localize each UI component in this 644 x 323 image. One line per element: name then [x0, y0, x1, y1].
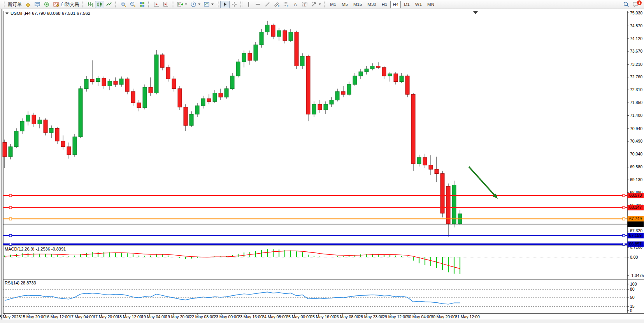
- new-chart-button[interactable]: [175, 1, 189, 8]
- arrows-icon: [311, 1, 317, 7]
- text-label-icon: T: [302, 1, 308, 7]
- timeframe-m30[interactable]: M30: [365, 1, 378, 8]
- cursor-tool-button[interactable]: [220, 1, 230, 8]
- line-handle[interactable]: [9, 218, 12, 220]
- chart-area[interactable]: 75.03074.57074.12073.67073.21072.76072.3…: [0, 9, 644, 323]
- bar-chart-button[interactable]: [86, 1, 95, 8]
- date-axis-label: 25 May 16:00: [310, 314, 335, 319]
- tile-windows-icon: [139, 1, 145, 7]
- toolbar-grip[interactable]: [3, 2, 5, 7]
- line-handle[interactable]: [623, 218, 625, 220]
- horizontal-line-icon: [255, 1, 261, 7]
- arrows-tool-button[interactable]: [309, 1, 323, 8]
- line-handle[interactable]: [623, 235, 625, 237]
- price-axis-label: 73.670: [630, 49, 642, 53]
- date-axis-label: 17 May 20:00: [93, 314, 118, 319]
- price-line-label: 68.147: [629, 205, 642, 210]
- price-axis-label: 73.210: [630, 62, 642, 67]
- timeframe-m15[interactable]: M15: [351, 1, 364, 8]
- toolbar-grip[interactable]: [148, 2, 150, 7]
- candlestick-chart-button[interactable]: [95, 1, 104, 8]
- toolbar-grip[interactable]: [217, 2, 219, 7]
- horizontal-line-tool-button[interactable]: [253, 1, 263, 8]
- vertical-line-icon: [246, 1, 252, 7]
- svg-text:0: 0: [630, 308, 632, 313]
- notifications-button[interactable]: 1: [631, 1, 640, 8]
- svg-text:80: 80: [630, 287, 635, 291]
- trendline-tool-button[interactable]: [263, 1, 272, 8]
- zoom-in-button[interactable]: [119, 1, 128, 8]
- depth-of-market-button[interactable]: [23, 1, 33, 8]
- line-handle[interactable]: [9, 194, 12, 197]
- equidistant-channel-tool-button[interactable]: E: [272, 1, 281, 8]
- crosshair-tool-button[interactable]: [230, 1, 239, 8]
- line-handle[interactable]: [623, 194, 625, 197]
- price-line-label: 68.573: [629, 193, 642, 198]
- price-line-label: 67.159: [629, 233, 642, 238]
- timeframe-d1[interactable]: D1: [402, 1, 412, 8]
- search-icon: [623, 1, 629, 7]
- line-handle[interactable]: [9, 243, 12, 245]
- line-handle[interactable]: [623, 207, 625, 209]
- line-chart-button[interactable]: [104, 1, 114, 8]
- new-order-button[interactable]: 新订单: [6, 1, 23, 8]
- chart-shift-button[interactable]: [161, 1, 170, 8]
- auto-scroll-button[interactable]: [152, 1, 161, 8]
- timeframe-h1[interactable]: H1: [379, 1, 390, 8]
- text-tool-button[interactable]: A: [291, 1, 300, 8]
- timeframe-m1[interactable]: M1: [328, 1, 339, 8]
- text-label-tool-button[interactable]: T: [300, 1, 309, 8]
- toolbar-grip[interactable]: [172, 2, 174, 7]
- new-order-label: 新订单: [8, 1, 22, 8]
- text-icon: A: [292, 1, 298, 7]
- date-axis-label: 16 May 12:00: [45, 314, 70, 319]
- auto-trading-icon: [53, 1, 59, 7]
- price-line-label: 66.857: [629, 242, 642, 246]
- price-line-label: 67.749: [629, 216, 642, 221]
- template-chart-icon: [204, 1, 210, 7]
- zoom-out-button[interactable]: [128, 1, 137, 8]
- vertical-line-tool-button[interactable]: [244, 1, 253, 8]
- timeframe-h4[interactable]: H4: [390, 1, 401, 8]
- timeframe-mn[interactable]: MN: [425, 1, 437, 8]
- auto-scroll-icon: [153, 1, 160, 7]
- line-handle[interactable]: [623, 243, 625, 245]
- left-window-edge: [1, 9, 2, 323]
- toolbar-grip[interactable]: [82, 2, 84, 7]
- svg-text:-1.3475: -1.3475: [630, 273, 644, 278]
- price-axis-label: 71.850: [630, 100, 642, 105]
- price-axis-label: 71.400: [630, 113, 642, 118]
- price-axis-label: 72.310: [630, 87, 642, 92]
- fibonacci-tool-button[interactable]: F: [281, 1, 291, 8]
- price-line-label: 67.562: [629, 222, 642, 226]
- chevron-down-icon: [211, 4, 214, 5]
- timeframe-m5[interactable]: M5: [339, 1, 350, 8]
- signals-button[interactable]: [42, 1, 51, 8]
- price-chart[interactable]: 75.03074.57074.12073.67073.21072.76072.3…: [0, 9, 644, 323]
- toolbar-grip[interactable]: [115, 2, 117, 7]
- chevron-down-icon: [198, 4, 200, 5]
- date-axis-label: 19 May 04:00: [141, 314, 166, 319]
- date-axis-label: 17 May 04:00: [69, 314, 94, 319]
- line-handle[interactable]: [9, 207, 12, 209]
- line-handle[interactable]: [9, 235, 12, 237]
- cursor-icon: [222, 1, 228, 7]
- chart-shift-icon: [163, 1, 169, 7]
- chevron-down-icon: [185, 4, 187, 5]
- date-axis-label: 23 May 16:00: [238, 314, 263, 319]
- tile-windows-button[interactable]: [137, 1, 147, 8]
- toolbar-grip[interactable]: [324, 2, 326, 7]
- templates-button[interactable]: [202, 1, 215, 8]
- market-watch-button[interactable]: [33, 1, 42, 8]
- timeframe-group: M1M5M15M30H1H4D1W1MN: [328, 1, 437, 8]
- periods-button[interactable]: [189, 1, 202, 8]
- date-axis-label: 29 May 12:00: [383, 314, 407, 319]
- auto-trading-button[interactable]: 自动交易: [51, 1, 81, 8]
- svg-text:100: 100: [630, 282, 637, 286]
- trendline-icon: [264, 1, 270, 7]
- price-axis-label: 70.490: [630, 139, 642, 143]
- timeframe-w1[interactable]: W1: [413, 1, 424, 8]
- search-button[interactable]: [621, 1, 631, 8]
- toolbar-grip[interactable]: [240, 2, 242, 7]
- date-axis-label: 15 May 20:00: [21, 314, 46, 319]
